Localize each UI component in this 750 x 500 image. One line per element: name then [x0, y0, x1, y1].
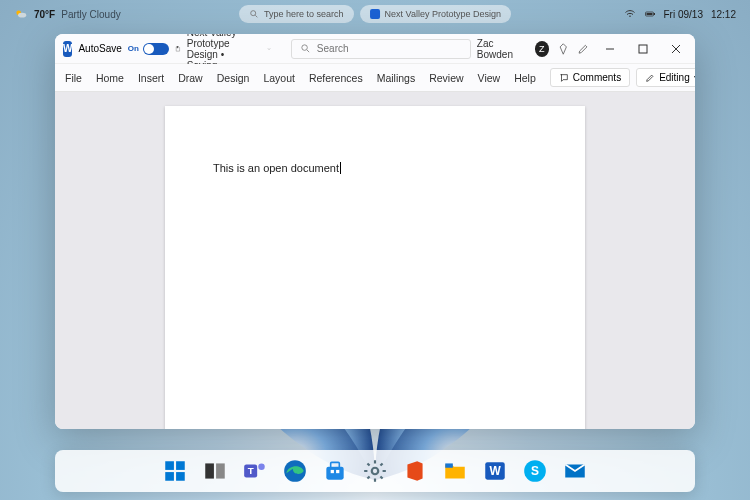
document-page[interactable]: This is an open document	[165, 106, 585, 429]
word-app[interactable]: W	[482, 458, 508, 484]
avatar[interactable]: Z	[535, 41, 549, 57]
pencil-icon	[645, 73, 655, 83]
svg-point-29	[372, 468, 379, 475]
tab-home[interactable]: Home	[96, 72, 124, 84]
svg-point-1	[18, 13, 26, 18]
tab-help[interactable]: Help	[514, 72, 536, 84]
office-app[interactable]	[402, 458, 428, 484]
weather-widget[interactable]: 70°F Partly Cloudy	[14, 7, 121, 21]
word-mini-icon	[370, 9, 380, 19]
svg-rect-19	[205, 463, 214, 478]
tab-references[interactable]: References	[309, 72, 363, 84]
svg-line-3	[255, 15, 257, 17]
svg-rect-30	[445, 463, 453, 467]
svg-rect-11	[639, 45, 647, 53]
close-button[interactable]	[664, 34, 689, 64]
activity-pill-label: Next Valley Prototype Design	[385, 9, 501, 19]
svg-rect-25	[326, 467, 343, 480]
svg-point-8	[302, 45, 308, 51]
word-app-icon: W	[63, 41, 72, 57]
wifi-icon[interactable]	[624, 8, 636, 20]
teams-app[interactable]: T	[242, 458, 268, 484]
autosave-control[interactable]: AutoSave On	[78, 43, 168, 55]
search-icon	[249, 9, 259, 19]
tab-file[interactable]: File	[65, 72, 82, 84]
comments-button[interactable]: Comments	[550, 68, 630, 87]
temperature-label: 70°F	[34, 9, 55, 20]
file-explorer-app[interactable]	[442, 458, 468, 484]
pen-icon[interactable]	[577, 42, 590, 56]
tab-review[interactable]: Review	[429, 72, 463, 84]
app-search-input[interactable]	[317, 43, 462, 54]
svg-rect-20	[216, 463, 225, 478]
weather-condition: Partly Cloudy	[61, 9, 120, 20]
tab-layout[interactable]: Layout	[263, 72, 295, 84]
svg-rect-16	[176, 461, 185, 470]
svg-point-2	[251, 11, 256, 16]
svg-rect-26	[331, 462, 340, 467]
svg-rect-15	[165, 461, 174, 470]
tab-draw[interactable]: Draw	[178, 72, 203, 84]
editing-label: Editing	[659, 72, 690, 83]
system-search[interactable]: Type here to search	[239, 5, 354, 23]
svg-rect-18	[176, 472, 185, 481]
autosave-label: AutoSave	[78, 43, 121, 54]
mail-app[interactable]	[562, 458, 588, 484]
tab-design[interactable]: Design	[217, 72, 250, 84]
svg-rect-5	[654, 13, 655, 15]
taskbar: T W S	[55, 450, 695, 492]
comments-label: Comments	[573, 72, 621, 83]
svg-rect-17	[165, 472, 174, 481]
svg-rect-27	[331, 470, 334, 473]
maximize-button[interactable]	[631, 34, 656, 64]
system-time[interactable]: 12:12	[711, 9, 736, 20]
tab-view[interactable]: View	[478, 72, 501, 84]
minimize-button[interactable]	[598, 34, 623, 64]
search-icon	[300, 43, 311, 54]
chevron-down-icon[interactable]	[267, 42, 271, 56]
weather-icon	[14, 7, 28, 21]
document-canvas[interactable]: This is an open document	[55, 92, 695, 429]
tab-mailings[interactable]: Mailings	[377, 72, 416, 84]
tab-insert[interactable]: Insert	[138, 72, 164, 84]
store-app[interactable]	[322, 458, 348, 484]
titlebar: W AutoSave On Next Valley Prototype Desi…	[55, 34, 695, 64]
system-date[interactable]: Fri 09/13	[664, 9, 703, 20]
system-activity-pill[interactable]: Next Valley Prototype Design	[360, 5, 511, 23]
svg-point-23	[258, 463, 265, 470]
task-view-button[interactable]	[202, 458, 228, 484]
document-body-text[interactable]: This is an open document	[213, 162, 341, 174]
battery-icon[interactable]	[644, 8, 656, 20]
save-icon[interactable]	[175, 42, 181, 56]
svg-rect-28	[336, 470, 339, 473]
word-app-window: W AutoSave On Next Valley Prototype Desi…	[55, 34, 695, 429]
svg-text:W: W	[489, 464, 501, 478]
editing-mode-button[interactable]: Editing▾	[636, 68, 695, 87]
ribbon-tabs: File Home Insert Draw Design Layout Refe…	[55, 64, 695, 92]
system-status-bar: 70°F Partly Cloudy Type here to search N…	[0, 0, 750, 28]
user-name[interactable]: Zac Bowden	[477, 38, 527, 60]
skype-app[interactable]: S	[522, 458, 548, 484]
app-search[interactable]	[291, 39, 471, 59]
autosave-state: On	[128, 44, 139, 53]
edge-app[interactable]	[282, 458, 308, 484]
comment-icon	[559, 73, 569, 83]
system-search-placeholder: Type here to search	[264, 9, 344, 19]
svg-line-9	[307, 50, 309, 52]
settings-app[interactable]	[362, 458, 388, 484]
svg-text:S: S	[531, 464, 539, 478]
svg-text:T: T	[248, 465, 254, 476]
start-button[interactable]	[162, 458, 188, 484]
svg-rect-6	[646, 13, 652, 15]
diamond-icon[interactable]	[557, 42, 570, 56]
autosave-toggle[interactable]	[143, 43, 169, 55]
